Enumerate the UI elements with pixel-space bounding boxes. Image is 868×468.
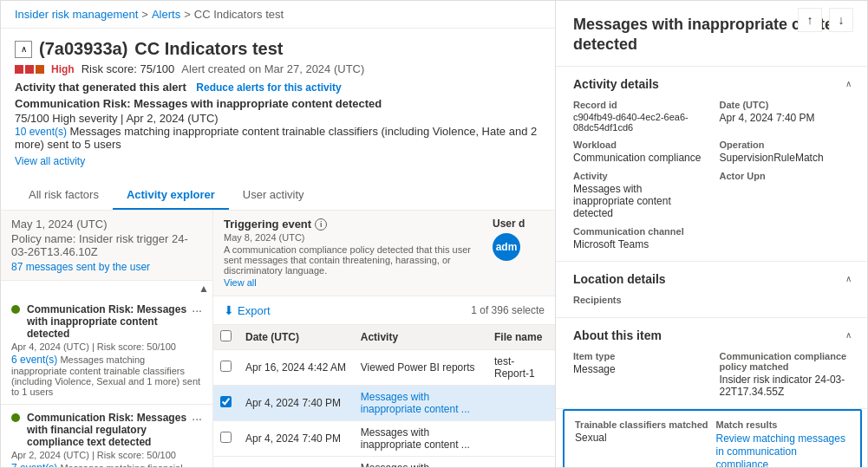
table-row[interactable]: Apr 4, 2024 7:40 PM Messages with inappr… [213,421,555,457]
event-dot-1 [11,305,20,314]
row-checkbox-0[interactable] [213,350,238,386]
event-desc: Messages matching inappropriate content … [15,125,537,151]
triggering-event-label: Triggering event i [224,218,479,231]
breadcrumb: Insider risk management > Alerts > CC In… [1,1,555,29]
detail-operation: Operation SupervisionRuleMatch [720,140,852,164]
left-panel: Insider risk management > Alerts > CC In… [1,1,556,467]
export-button[interactable]: ⬇ Export [224,303,271,317]
alert-title: CC Indicators test [134,39,283,59]
nav-arrows: ↑ ↓ [798,8,853,32]
row-activity-2: Messages with inappropriate content ... [354,421,487,457]
export-icon: ⬇ [224,303,234,317]
risk-row: High Risk score: 75/100 Alert created on… [15,62,541,75]
detail-item-type: Item type Message [573,351,706,398]
row-filename-3 [487,457,555,468]
row-activity-3: Messages with inappropriate content ... [354,457,487,468]
row-activity-1: Messages with inappropriate content ... [354,386,487,421]
breadcrumb-sep-1: > [141,8,148,21]
classifiers-value: Sexual [575,432,709,444]
row-activity-0: Viewed Power BI reports [354,350,487,386]
row-checkbox-2[interactable] [213,421,238,457]
about-item-header: About this item ∧ [573,328,852,342]
alert-id: (7a03933a) [39,39,127,59]
breadcrumb-item-3: CC Indicators test [194,8,284,21]
activity-details-label: Activity details [573,77,659,91]
table-row[interactable]: Apr 16, 2024 4:42 AM Viewed Power BI rep… [213,350,555,386]
activity-explorer-panel: Triggering event i May 8, 2024 (UTC) A c… [213,211,555,467]
ae-toolbar: ⬇ Export 1 of 396 selecte [213,296,555,325]
location-details-header: Location details ∧ [573,272,852,286]
breadcrumb-item-1[interactable]: Insider risk management [15,8,138,21]
event-meta-1: Apr 4, 2024 (UTC) | Risk score: 50/100 [11,341,202,352]
user-d-section: User d adm [493,218,545,289]
scroll-up-indicator: ▲ [1,281,212,296]
sidebar-date: May 1, 2024 (UTC) [11,218,202,231]
nav-down-button[interactable]: ↓ [829,8,853,32]
match-results-label: Match results [716,419,851,430]
sidebar-policy-info: Policy name: Insider risk trigger 24-03-… [11,232,202,258]
detail-workload: Workload Communication compliance [573,140,706,164]
reduce-alerts-link[interactable]: Reduce alerts for this activity [196,81,341,94]
col-date: Date (UTC) [238,325,354,350]
location-details-chevron[interactable]: ∧ [845,274,852,283]
row-filename-2 [487,421,555,457]
ae-selection-count: 1 of 396 selecte [471,304,545,316]
about-item-chevron[interactable]: ∧ [845,330,852,340]
location-details-label: Location details [573,272,666,286]
row-checkbox-3[interactable] [213,457,238,468]
table-row[interactable]: Apr 4, 2024 7:40 PM Messages with inappr… [213,386,555,421]
event-more-1[interactable]: ··· [192,303,202,317]
activity-details-chevron[interactable]: ∧ [845,79,852,88]
tab-all-risk-factors[interactable]: All risk factors [15,181,113,210]
right-panel: Messages with inappropriate content dete… [556,1,868,467]
table-row[interactable]: Apr 4, 2024 7:40 PM Messages with inappr… [213,457,555,468]
info-icon: i [315,218,327,231]
collapse-button[interactable]: ∧ [15,41,32,58]
event-dot-2 [11,413,20,422]
classifiers-matched-col: Trainable classifiers matched Sexual [575,419,709,467]
tab-user-activity[interactable]: User activity [229,181,318,210]
user-avatar: adm [493,233,520,261]
risk-sq-orange [36,65,44,74]
event-detail-1: 6 event(s) Messages matching inappropria… [11,354,202,397]
alert-date: Alert created on Mar 27, 2024 (UTC) [181,62,364,75]
ae-table-wrapper: Date (UTC) Activity File name Apr 16, 20… [213,325,555,467]
detail-activity: Activity Messages with inappropriate con… [573,171,706,219]
event-more-2[interactable]: ··· [192,412,202,426]
detail-policy-matched: Communication compliance policy matched … [720,351,852,398]
activity-details-grid: Record id c904fb49-d640-4ec2-6ea6-08dc54… [573,100,852,250]
event-link[interactable]: 10 event(s) [15,126,67,138]
risk-indicator [15,65,44,74]
about-item-label: About this item [573,328,662,342]
event-item-2[interactable]: Communication Risk: Messages with financ… [1,405,212,467]
event-meta-2: Apr 2, 2024 (UTC) | Risk score: 50/100 [11,450,202,460]
view-all-activity-link[interactable]: View all activity [15,155,85,167]
sidebar-msgs-link[interactable]: 87 messages sent by the user [11,261,150,273]
event-title-2: Communication Risk: Messages with financ… [27,412,188,448]
location-details-section: Location details ∧ Recipients [556,262,868,318]
row-date-2: Apr 4, 2024 7:40 PM [238,421,354,457]
detail-record-id: Record id c904fb49-d640-4ec2-6ea6-08dc54… [573,100,706,133]
user-d-label: User d [493,218,545,230]
row-date-0: Apr 16, 2024 4:42 AM [238,350,354,386]
risk-sq-red [15,65,23,74]
tabs-row: All risk factors Activity explorer User … [1,181,555,211]
row-date-1: Apr 4, 2024 7:40 PM [238,386,354,421]
triggering-view-all-link[interactable]: View all [224,277,257,288]
breadcrumb-sep-2: > [184,8,191,21]
row-checkbox-1[interactable] [213,386,238,421]
tab-activity-explorer[interactable]: Activity explorer [113,181,229,210]
detail-comm-channel: Communication channel Microsoft Teams [573,226,852,250]
about-item-section: About this item ∧ Item type Message Comm… [556,318,868,409]
breadcrumb-item-2[interactable]: Alerts [152,8,180,21]
nav-up-button[interactable]: ↑ [798,8,822,32]
row-filename-1 [487,386,555,421]
select-all-checkbox[interactable] [220,330,232,341]
col-activity: Activity [354,325,487,350]
activity-details-header: Activity details ∧ [573,77,852,91]
risk-level: High [51,63,75,75]
risk-sq-red2 [25,65,34,74]
review-messages-link[interactable]: Review matching messages in communicatio… [716,432,845,467]
event-item-1[interactable]: Communication Risk: Messages with inappr… [1,296,212,405]
alert-header: ∧ (7a03933a) CC Indicators test High Ris… [1,29,555,181]
